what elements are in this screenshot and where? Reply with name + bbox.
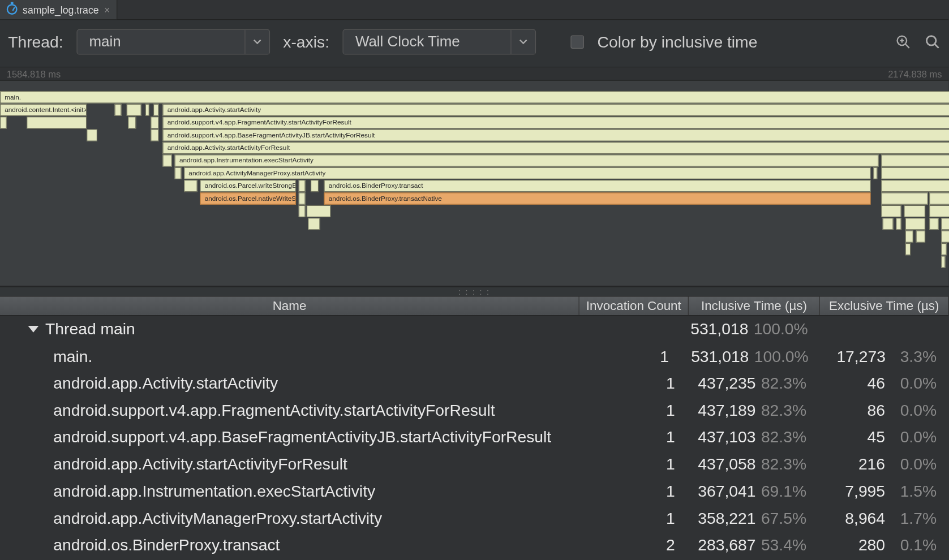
flame-bar[interactable] (929, 218, 938, 230)
color-by-checkbox[interactable] (570, 35, 584, 49)
row-name: android.app.Activity.startActivity (0, 374, 578, 393)
flame-bar[interactable] (175, 167, 182, 179)
flame-bar[interactable] (153, 104, 158, 116)
row-inv: 1 (578, 401, 687, 420)
xaxis-select[interactable]: Wall Clock Time (343, 29, 536, 55)
color-by-label: Color by inclusive time (598, 33, 758, 51)
row-inv: 1 (578, 455, 687, 473)
row-inv: 2 (578, 536, 687, 554)
thread-row[interactable]: Thread main 531,018 100.0% (0, 316, 948, 343)
row-inc: 437,058 (687, 455, 761, 473)
row-ipct: 53.4% (761, 536, 820, 554)
thread-select[interactable]: main (76, 29, 270, 55)
flame-bar[interactable] (929, 192, 948, 204)
flame-bar[interactable] (905, 243, 911, 255)
flame-bar[interactable] (881, 167, 948, 179)
table-row[interactable]: android.app.Instrumentation.execStartAct… (0, 478, 948, 505)
table-row[interactable]: android.support.v4.app.BaseFragmentActiv… (0, 424, 948, 451)
col-exclusive[interactable]: Exclusive Time (µs) (820, 296, 948, 315)
flame-bar[interactable] (881, 154, 948, 166)
tab-bar: sample_log.trace × (0, 0, 948, 20)
table-row[interactable]: android.os.BinderProxy.transactNative228… (0, 559, 948, 560)
flame-bar[interactable] (0, 117, 7, 128)
row-epct: 1.7% (890, 509, 948, 528)
flame-bar[interactable]: android.support.v4.app.FragmentActivity.… (162, 117, 948, 128)
row-exc: 17,273 (821, 347, 891, 365)
flame-bar[interactable]: android.app.ActivityManagerProxy.startAc… (184, 167, 870, 179)
flame-bar[interactable] (916, 231, 925, 243)
row-ipct: 67.5% (761, 509, 820, 528)
row-inc: 283,687 (687, 536, 761, 554)
table-row[interactable]: android.app.Activity.startActivityForRes… (0, 451, 948, 478)
zoom-fit-icon[interactable] (895, 34, 911, 50)
search-icon[interactable] (925, 34, 941, 50)
row-epct: 0.0% (890, 401, 948, 420)
row-name: android.os.BinderProxy.transact (0, 536, 578, 554)
flame-bar[interactable] (941, 256, 945, 268)
flame-bar[interactable] (151, 117, 158, 128)
flame-bar[interactable] (127, 104, 141, 116)
col-name[interactable]: Name (0, 296, 579, 315)
flame-bar[interactable]: android.os.BinderProxy.transact (324, 180, 871, 192)
flame-chart[interactable]: main.android.content.Intent.<init>androi… (0, 80, 948, 286)
close-icon[interactable]: × (104, 3, 110, 15)
flame-bar[interactable] (941, 218, 948, 230)
row-inc: 437,235 (687, 374, 761, 393)
pane-drag-handle[interactable]: : : : : : (0, 287, 948, 296)
toolbar: Thread: main x-axis: Wall Clock Time Col… (0, 20, 948, 66)
table-row[interactable]: android.support.v4.app.FragmentActivity.… (0, 397, 948, 424)
flame-bar[interactable]: android.app.Activity.startActivityForRes… (162, 142, 948, 154)
row-exc: 46 (820, 374, 891, 393)
flame-bar[interactable] (941, 243, 946, 255)
flame-bar[interactable] (151, 130, 158, 141)
tab-title: sample_log.trace (23, 3, 99, 15)
flame-bar[interactable] (881, 205, 901, 217)
table-row[interactable]: android.app.ActivityManagerProxy.startAc… (0, 505, 948, 532)
flame-bar[interactable] (27, 117, 87, 128)
flame-bar[interactable] (87, 130, 97, 141)
flame-bar[interactable]: android.app.Activity.startActivity (162, 104, 948, 116)
col-inclusive[interactable]: Inclusive Time (µs) (689, 296, 821, 315)
flame-bar[interactable] (905, 231, 913, 243)
flame-bar[interactable] (162, 154, 171, 166)
table-row[interactable]: android.os.BinderProxy.transact2283,6875… (0, 532, 948, 559)
expand-icon[interactable] (28, 326, 38, 333)
flame-bar[interactable] (311, 180, 319, 192)
flame-bar[interactable] (896, 218, 901, 230)
col-invocation[interactable]: Invocation Count (579, 296, 688, 315)
thread-row-ipct: 100.0% (754, 320, 821, 339)
tab-sample-log[interactable]: sample_log.trace × (0, 0, 117, 19)
table-row[interactable]: main.1531,018100.0%17,2733.3% (0, 343, 948, 370)
flame-bar[interactable] (299, 192, 306, 204)
flame-bar[interactable] (881, 192, 927, 204)
flame-bar[interactable] (299, 205, 306, 217)
flame-bar[interactable] (905, 218, 925, 230)
flame-bar[interactable]: android.os.Parcel.nativeWriteStrongBind (200, 192, 296, 204)
row-inv: 1 (578, 374, 687, 393)
flame-bar[interactable] (904, 205, 925, 217)
row-ipct: 82.3% (761, 428, 820, 447)
flame-bar[interactable] (308, 218, 320, 230)
flame-bar[interactable]: android.content.Intent.<init> (0, 104, 87, 116)
flame-bar[interactable]: android.os.Parcel.writeStrongBinder (200, 180, 296, 192)
flame-bar[interactable] (873, 167, 877, 179)
flame-bar[interactable]: android.support.v4.app.BaseFragmentActiv… (162, 130, 948, 141)
flame-bar[interactable] (941, 231, 948, 243)
flame-bar[interactable]: main. (0, 91, 948, 103)
flame-bar[interactable] (115, 104, 122, 116)
row-ipct: 82.3% (761, 401, 820, 420)
flame-bar[interactable]: android.app.Instrumentation.execStartAct… (175, 154, 879, 166)
flame-bar[interactable] (307, 205, 330, 217)
thread-label: Thread: (8, 33, 63, 51)
flame-bar[interactable] (145, 104, 149, 116)
flame-bar[interactable] (128, 117, 136, 128)
flame-bar[interactable] (883, 218, 894, 230)
table-row[interactable]: android.app.Activity.startActivity1437,2… (0, 370, 948, 397)
row-epct: 3.3% (891, 347, 948, 365)
flame-bar[interactable] (881, 180, 948, 192)
flame-bar[interactable] (929, 205, 948, 217)
timeline-end: 2174.838 ms (888, 68, 942, 79)
flame-bar[interactable] (299, 180, 306, 192)
flame-bar[interactable] (184, 180, 197, 192)
flame-bar[interactable]: android.os.BinderProxy.transactNative (324, 192, 871, 204)
